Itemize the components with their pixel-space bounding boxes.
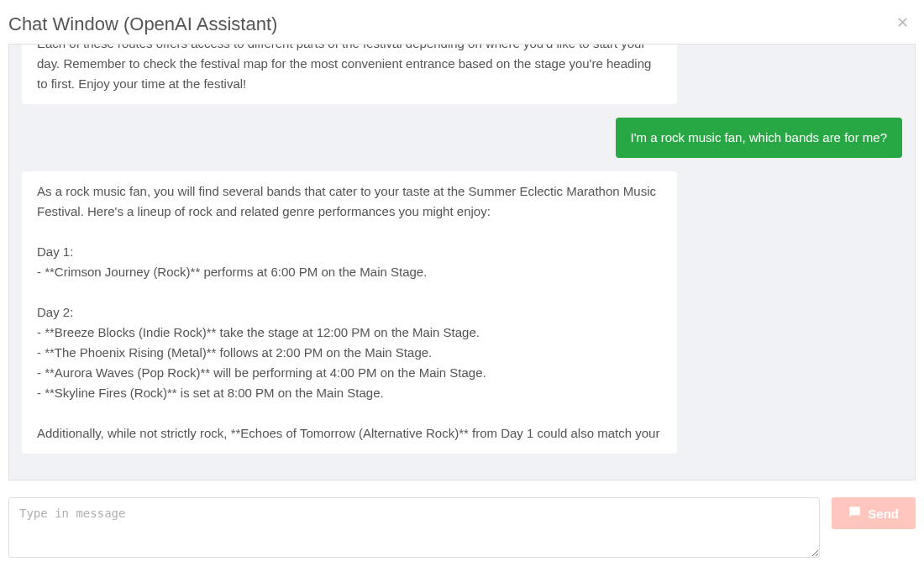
message-input[interactable] bbox=[8, 497, 820, 558]
chat-messages-pane[interactable]: 3. **By Bus:** If you prefer the bus, li… bbox=[8, 44, 916, 480]
header: Chat Window (OpenAI Assistant) ✕ bbox=[0, 0, 924, 44]
close-icon[interactable]: ✕ bbox=[896, 13, 916, 32]
user-message: I'm a rock music fan, which bands are fo… bbox=[22, 118, 902, 158]
send-button-label: Send bbox=[868, 507, 899, 521]
message-text: I'm a rock music fan, which bands are fo… bbox=[616, 118, 903, 158]
input-row: Send bbox=[0, 480, 924, 566]
chat-icon bbox=[848, 506, 861, 521]
page-title: Chat Window (OpenAI Assistant) bbox=[8, 13, 277, 35]
assistant-message: As a rock music fan, you will find sever… bbox=[22, 171, 902, 454]
message-text: 3. **By Bus:** If you prefer the bus, li… bbox=[22, 44, 677, 104]
assistant-message: 3. **By Bus:** If you prefer the bus, li… bbox=[22, 44, 902, 104]
send-button[interactable]: Send bbox=[832, 497, 916, 529]
message-text: As a rock music fan, you will find sever… bbox=[22, 171, 677, 454]
